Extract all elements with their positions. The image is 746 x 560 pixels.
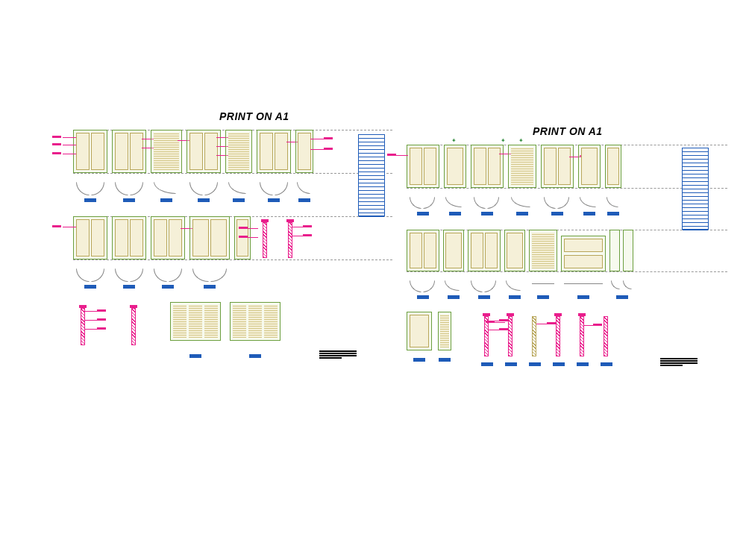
notes-block-left xyxy=(319,350,357,359)
swing-rs11 xyxy=(504,280,525,301)
swing-s9 xyxy=(112,268,146,289)
legend-left xyxy=(358,134,385,216)
swing-s6 xyxy=(257,182,291,203)
door-d12 xyxy=(234,216,251,259)
section-rsec1 xyxy=(478,312,496,359)
datum-line xyxy=(73,259,392,260)
door-d1 xyxy=(73,130,107,173)
legend-right xyxy=(682,148,709,230)
door-d11 xyxy=(189,216,230,259)
window-win1 xyxy=(170,302,222,347)
door-r4: ✦ xyxy=(508,145,536,188)
swing-rs7 xyxy=(605,197,621,218)
swing-rs5 xyxy=(541,197,574,218)
door-r11 xyxy=(504,230,525,271)
section-sec1 xyxy=(255,216,276,258)
swing-rs3 xyxy=(471,197,504,218)
door-r5 xyxy=(541,145,574,188)
door-r16 xyxy=(438,312,451,350)
swing-rs12 xyxy=(529,280,557,301)
door-d6 xyxy=(257,130,291,173)
datum-line xyxy=(407,188,727,189)
row1-swings xyxy=(73,182,392,203)
swing-s10 xyxy=(151,268,185,289)
door-r12 xyxy=(529,230,557,271)
swing-s11 xyxy=(189,268,230,289)
door-r13 xyxy=(561,236,606,271)
section-rsec5 xyxy=(574,312,592,359)
swing-rs2 xyxy=(444,197,466,218)
notes-block-right xyxy=(660,358,698,367)
section-rsec2 xyxy=(502,312,520,359)
row1-doors xyxy=(73,130,392,173)
sheet-left xyxy=(73,112,392,410)
section-sec2 xyxy=(280,216,301,258)
door-d9 xyxy=(112,216,146,259)
door-r7 xyxy=(605,145,621,188)
section-sec3 xyxy=(73,302,94,347)
datum-line xyxy=(407,271,727,272)
door-r1 xyxy=(407,145,439,188)
door-r2: ✦ xyxy=(444,145,466,188)
swing-s2 xyxy=(112,182,146,203)
swing-rs10 xyxy=(468,280,501,301)
row2-doors xyxy=(73,216,392,259)
section-rsec6 xyxy=(598,312,615,359)
swing-s5 xyxy=(225,182,252,203)
door-r9 xyxy=(443,230,464,271)
door-d3 xyxy=(151,130,182,173)
door-r15 xyxy=(407,312,432,350)
swing-rs13 xyxy=(561,280,606,301)
r-row3 xyxy=(407,312,727,359)
window-win2 xyxy=(230,302,282,347)
datum-line xyxy=(73,173,392,174)
swing-rs14 xyxy=(609,280,635,301)
door-r14 xyxy=(609,230,635,271)
swing-rs4 xyxy=(508,197,536,218)
row2-swings xyxy=(73,268,392,289)
r-row2-doors xyxy=(407,230,727,271)
r-row1-swings xyxy=(407,197,727,218)
r-row2-swings xyxy=(407,280,727,301)
swing-s4 xyxy=(186,182,221,203)
swing-rs9 xyxy=(443,280,464,301)
swing-rs8 xyxy=(407,280,439,301)
swing-rs6 xyxy=(578,197,601,218)
swing-rs1 xyxy=(407,197,439,218)
door-d4 xyxy=(186,130,221,173)
door-d2 xyxy=(112,130,146,173)
door-r3: ✦ xyxy=(471,145,504,188)
door-d10 xyxy=(151,216,185,259)
door-d8 xyxy=(73,216,107,259)
swing-s1 xyxy=(73,182,107,203)
swing-s8 xyxy=(73,268,107,289)
door-r6 xyxy=(578,145,601,188)
section-rsec3 xyxy=(526,312,544,359)
sheet-right: ✦ ✦ ✦ xyxy=(407,127,727,425)
door-d5 xyxy=(225,130,252,173)
swing-s7 xyxy=(295,182,313,203)
door-r10 xyxy=(468,230,501,271)
r-row1-doors: ✦ ✦ ✦ xyxy=(407,145,727,188)
swing-s3 xyxy=(151,182,182,203)
section-rsec4 xyxy=(550,312,568,359)
door-r8 xyxy=(407,230,439,271)
row3 xyxy=(73,302,392,347)
section-sec4 xyxy=(124,302,145,347)
door-d7 xyxy=(295,130,313,173)
